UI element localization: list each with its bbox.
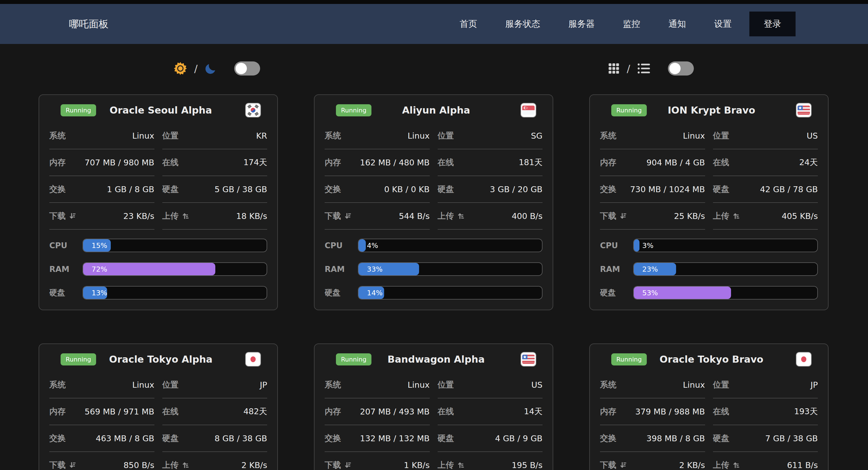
detail-value: 398 MB / 8 GB: [647, 434, 705, 443]
detail-value: 207 MB / 493 MB: [360, 407, 430, 416]
progress-percent: 33%: [367, 265, 383, 273]
detail-value: 174天: [244, 157, 267, 168]
login-button[interactable]: 登录: [749, 11, 796, 36]
detail-label: 内存: [324, 406, 341, 417]
server-details: 系统Linux位置JP内存379 MB / 988 MB在线193天交换398 …: [600, 372, 818, 470]
progress-bar: 72%: [83, 262, 267, 276]
detail-label: 硬盘: [162, 184, 179, 195]
detail-value: 2 KB/s: [242, 461, 267, 470]
upload-icon: [457, 461, 464, 469]
server-card-2[interactable]: Running ION Krypt Bravo 系统Linux位置US内存904…: [589, 94, 829, 310]
detail-cell: 上传18 KB/s: [162, 203, 268, 230]
detail-cell: 系统Linux: [324, 372, 430, 399]
detail-cell: 交换398 MB / 8 GB: [600, 425, 705, 452]
detail-row: 下载850 B/s上传2 KB/s: [49, 452, 267, 470]
status-badge: Running: [611, 104, 647, 116]
server-card-5[interactable]: Running Oracle Tokyo Bravo 系统Linux位置JP内存…: [589, 343, 829, 470]
server-card-1[interactable]: Running Aliyun Alpha 系统Linux位置SG内存162 MB…: [314, 94, 553, 310]
detail-cell: 下载25 KB/s: [600, 203, 705, 230]
detail-label: 位置: [438, 379, 454, 390]
server-card-header: Running Oracle Tokyo Alpha: [61, 351, 261, 367]
nav-item-2[interactable]: 服务器: [568, 18, 595, 30]
server-progress: CPU3%RAM23%硬盘53%: [600, 233, 818, 305]
detail-cell: 位置JP: [713, 372, 818, 399]
theme-switch[interactable]: [234, 61, 260, 75]
progress-bar: 23%: [633, 262, 818, 276]
theme-switch-knob[interactable]: [236, 63, 247, 74]
detail-label: 位置: [713, 379, 730, 390]
detail-value: 544 B/s: [399, 211, 430, 221]
nav-item-1[interactable]: 服务状态: [505, 18, 540, 30]
detail-label: 下载: [49, 211, 76, 222]
detail-label: 下载: [324, 211, 351, 222]
detail-label: 下载: [324, 460, 351, 470]
server-card-header: Running ION Krypt Bravo: [611, 102, 812, 118]
nav-item-5[interactable]: 设置: [714, 18, 732, 30]
detail-cell: 硬盘42 GB / 78 GB: [713, 176, 818, 203]
detail-label: 硬盘: [438, 184, 454, 195]
server-card-4[interactable]: Running Bandwagon Alpha 系统Linux位置US内存207…: [314, 343, 553, 470]
view-switch-knob[interactable]: [669, 63, 681, 74]
progress-row: CPU3%: [600, 233, 818, 257]
detail-row: 下载2 KB/s上传611 B/s: [600, 452, 818, 470]
flag-kr-icon: [245, 103, 261, 118]
nav-item-3[interactable]: 监控: [623, 18, 640, 30]
detail-label: 系统: [324, 379, 341, 390]
detail-label: 在线: [162, 406, 179, 417]
detail-cell: 下载23 KB/s: [49, 203, 154, 230]
detail-cell: 交换0 KB / 0 KB: [324, 176, 430, 203]
detail-row: 内存904 MB / 4 GB在线24天: [600, 149, 818, 176]
detail-cell: 硬盘7 GB / 38 GB: [713, 425, 818, 452]
detail-value: 14天: [524, 406, 542, 417]
sun-icon: [174, 62, 187, 75]
progress-bar: 53%: [633, 286, 818, 300]
detail-row: 系统Linux位置JP: [49, 372, 267, 399]
flag-us-icon: [521, 352, 536, 367]
detail-label: 在线: [438, 406, 454, 417]
detail-cell: 位置KR: [162, 123, 268, 149]
detail-value: 611 B/s: [787, 461, 818, 470]
detail-cell: 内存162 MB / 480 MB: [324, 149, 430, 176]
nav-item-0[interactable]: 首页: [460, 18, 477, 30]
detail-value: 1 KB/s: [404, 461, 430, 470]
detail-value: 707 MB / 980 MB: [85, 158, 154, 167]
detail-row: 下载1 KB/s上传195 B/s: [324, 452, 542, 470]
detail-row: 下载544 B/s上传400 B/s: [324, 203, 542, 230]
detail-cell: 系统Linux: [49, 372, 154, 399]
detail-label: 在线: [713, 157, 730, 168]
detail-cell: 下载2 KB/s: [600, 452, 705, 470]
progress-fill: [634, 239, 640, 252]
view-switch[interactable]: [668, 61, 694, 75]
detail-label: 内存: [324, 157, 341, 168]
progress-percent: 3%: [642, 242, 654, 250]
detail-value: Linux: [132, 131, 154, 140]
detail-value: 482天: [244, 406, 267, 417]
detail-value: Linux: [132, 380, 154, 390]
detail-label: 位置: [162, 379, 179, 390]
upload-icon: [182, 461, 189, 469]
server-card-0[interactable]: Running Oracle Seoul Alpha 系统Linux位置KR内存…: [39, 94, 278, 310]
detail-row: 下载25 KB/s上传405 KB/s: [600, 203, 818, 230]
nav-item-4[interactable]: 通知: [669, 18, 686, 30]
progress-percent: 15%: [92, 242, 107, 250]
progress-label: RAM: [49, 264, 83, 274]
server-card-header: Running Oracle Seoul Alpha: [61, 102, 261, 118]
detail-label: 硬盘: [162, 433, 179, 444]
detail-value: 25 KB/s: [674, 211, 705, 221]
detail-value: 904 MB / 4 GB: [647, 158, 705, 167]
detail-row: 内存707 MB / 980 MB在线174天: [49, 149, 267, 176]
progress-percent: 53%: [642, 289, 658, 297]
detail-row: 交换1 GB / 8 GB硬盘5 GB / 38 GB: [49, 176, 267, 203]
detail-row: 系统Linux位置KR: [49, 123, 267, 149]
progress-bar: 3%: [633, 239, 818, 252]
detail-value: 730 MB / 1024 MB: [630, 185, 705, 194]
detail-cell: 在线181天: [438, 149, 543, 176]
flag-jp-icon: [245, 352, 261, 367]
detail-cell: 交换463 MB / 8 GB: [49, 425, 154, 452]
server-card-3[interactable]: Running Oracle Tokyo Alpha 系统Linux位置JP内存…: [39, 343, 278, 470]
server-card-header: Running Bandwagon Alpha: [336, 351, 536, 367]
detail-cell: 位置US: [438, 372, 543, 399]
download-icon: [344, 461, 351, 469]
detail-value: 42 GB / 78 GB: [760, 185, 818, 194]
flag-jp-icon: [796, 352, 812, 367]
